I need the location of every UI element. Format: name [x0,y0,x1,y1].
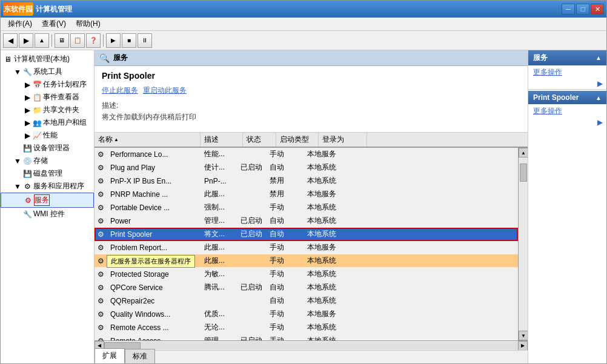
col-header-login[interactable]: 登录为 [319,133,367,147]
tree-storage[interactable]: ▼ 💿 存储 [1,154,94,167]
table-row[interactable]: ⚙PnP-X IP Bus En...PnP-...禁用本地系统 [95,174,518,188]
expand-arrow-task[interactable]: ▶ [22,80,32,90]
tree-disk-management[interactable]: 💾 磁盘管理 [1,167,94,180]
tree-services-apps[interactable]: ▼ ⚙ 服务和应用程序 [1,180,94,193]
tree-services[interactable]: ⚙ 服务 [1,193,94,208]
expand-arrow-storage[interactable]: ▼ [13,156,22,166]
help-button[interactable]: ❓ [86,33,101,48]
up-button[interactable]: ▲ [35,33,49,48]
tab-standard[interactable]: 标准 [125,349,155,363]
forward-button[interactable]: ▶ [19,33,33,48]
service-row-icon: ⚙ [95,256,107,266]
tree-local-users[interactable]: ▶ 👥 本地用户和组 [1,116,94,129]
menu-action[interactable]: 操作(A) [3,18,37,30]
expand-arrow-event[interactable]: ▶ [22,93,32,102]
close-button[interactable]: ✕ [591,4,604,15]
expand-arrow-users[interactable]: ▶ [22,118,32,128]
services-list: ⚙Performance Lo...性能...手动本地服务⚙Plug and P… [95,148,518,340]
expand-arrow-1[interactable]: ▼ [13,67,22,77]
table-row[interactable]: ⚙Portable Device ...强制...手动本地系统 [95,201,518,214]
scroll-down-button[interactable]: ▼ [519,331,528,340]
table-row[interactable]: ⚙Performance Lo...性能...手动本地服务 [95,148,518,161]
expand-arrow-shared[interactable]: ▶ [22,105,32,115]
window-title: 计算机管理 [36,4,72,15]
maximize-button[interactable]: □ [576,4,589,15]
restart-service-link[interactable]: 重启动此服务 [143,85,187,96]
pause-button[interactable]: ■ [122,33,136,48]
table-cell: Performance Lo... [107,150,201,159]
expand-arrow-perf[interactable]: ▶ [22,131,32,141]
action-collapse-arrow[interactable]: ▲ [595,55,602,61]
services-list-wrap: ⚙Performance Lo...性能...手动本地服务⚙Plug and P… [95,148,528,340]
table-cell: 此服... [201,188,237,200]
table-cell: 自动 [266,215,304,227]
toolbar-sep-2 [103,35,104,47]
table-row[interactable]: ⚙QPCore Service腾讯...已启动自动本地系统 [95,281,518,294]
col-header-desc[interactable]: 描述 [201,133,243,147]
table-row[interactable]: ⚙Quality Windows...优质...手动本地服务 [95,308,518,321]
restart-button[interactable]: ⏸ [138,33,152,48]
table-row[interactable]: ⚙Remote Access ...无论...手动本地系统 [95,321,518,334]
service-row-icon: ⚙ [95,242,107,253]
table-row[interactable]: ⚙Plug and Play使计...已启动自动本地系统 [95,161,518,174]
scroll-thumb[interactable] [520,164,527,182]
title-bar-left: 东软件园 计算机管理 [3,2,72,16]
col-header-startup[interactable]: 启动类型 [276,133,319,147]
desc-label: 描述: [102,101,520,111]
scroll-track[interactable] [519,157,528,331]
scroll-up-button[interactable]: ▲ [519,148,528,157]
table-cell: Plug and Play [107,163,201,173]
vertical-scrollbar[interactable]: ▲ ▼ [518,148,528,340]
horizontal-scrollbar[interactable]: ◀ ▶ [95,340,528,350]
action-more-2[interactable]: 更多操作 [528,104,606,118]
tree-root[interactable]: 🖥 计算机管理(本地) [1,53,94,65]
menu-view[interactable]: 查看(V) [37,18,71,30]
table-cell: 本地系统 [304,228,352,240]
col-header-name[interactable]: 名称 ▲ [95,133,201,147]
table-cell [201,300,237,302]
tree-system-tools[interactable]: ▼ 🔧 系统工具 [1,65,94,78]
play-button[interactable]: ▶ [106,33,121,48]
col-header-status[interactable]: 状态 [243,133,276,147]
panel-header: 🔍 服务 [95,50,528,66]
title-bar-buttons: ─ □ ✕ [562,4,604,15]
tree-event-viewer[interactable]: ▶ 📋 事件查看器 [1,91,94,104]
table-cell: 自动 [266,282,304,293]
tree-wmi[interactable]: 🔧 WMI 控件 [1,208,94,220]
tree-task-scheduler[interactable]: ▶ 📅 任务计划程序 [1,78,94,91]
tree-shared-folders[interactable]: ▶ 📁 共享文件夹 [1,104,94,116]
table-row[interactable]: ⚙Print Spooler将文...已启动自动本地系统 [95,228,518,241]
menu-help[interactable]: 帮助(H) [71,18,105,30]
action-more-1[interactable]: 更多操作 [528,65,606,79]
tree-device-manager[interactable]: 💾 设备管理器 [1,142,94,154]
table-row[interactable]: ⚙Protected Storage为敏...手动本地系统 [95,268,518,281]
stop-service-link[interactable]: 停止此服务 [102,85,138,96]
table-cell: 已启动 [237,335,266,340]
tree-performance[interactable]: ▶ 📈 性能 [1,129,94,142]
service-row-icon: ⚙ [95,336,107,341]
minimize-button[interactable]: ─ [562,4,575,15]
expand-arrow-svc[interactable]: ▼ [13,182,22,191]
properties-button[interactable]: 📋 [70,33,85,48]
service-row-icon: ⚙ [95,282,107,293]
scroll-right-button[interactable]: ▶ [518,341,528,351]
device-icon: 💾 [22,144,32,153]
tree-panel: 🖥 计算机管理(本地) ▼ 🔧 系统工具 ▶ 📅 任务计划程序 [1,50,95,363]
task-icon: 📅 [32,80,42,90]
logo-text: 东软件园 [4,4,33,15]
table-row[interactable]: ⚙Remote Access ...管理...已启动手动本地系统 [95,334,518,340]
scroll-track-h[interactable] [104,342,518,349]
table-row[interactable]: ⚙QQRepair2ec自动本地系统 [95,294,518,308]
table-row[interactable]: ⚙Problem Report...此服...手动本地服务 [95,241,518,254]
table-row[interactable]: ⚙PNRP Machine ...此服...禁用本地服务 [95,188,518,201]
action-header-title-print: Print Spooler [533,93,579,102]
back-button[interactable]: ◀ [3,33,18,48]
table-row[interactable]: ⚙Power管理...已启动自动本地系统 [95,214,518,228]
service-row-icon: ⚙ [95,162,107,173]
tab-extended[interactable]: 扩展 [95,348,125,363]
table-cell: 已启动 [237,282,266,293]
console-button[interactable]: 🖥 [55,33,69,48]
event-icon: 📋 [32,93,42,102]
table-row[interactable]: ⚙Program Compati...此服...手动本地系统此服务显示器在服务器… [95,254,518,268]
action-collapse-arrow-2[interactable]: ▲ [595,94,602,101]
